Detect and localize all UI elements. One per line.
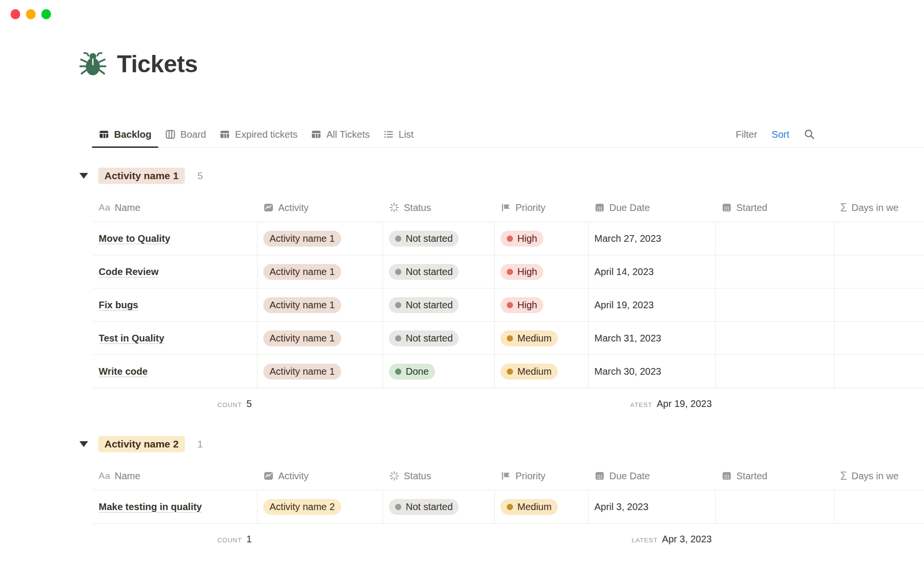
cell-due-date[interactable]: April 19, 2023	[589, 289, 716, 321]
status-dot-icon	[395, 236, 401, 242]
priority-label: High	[517, 300, 537, 311]
cell-due-date[interactable]: April 3, 2023	[589, 490, 716, 523]
cell-days-in-week[interactable]	[834, 490, 924, 523]
calendar-icon	[594, 202, 605, 213]
cell-started[interactable]	[716, 289, 834, 321]
priority-label: Medium	[517, 501, 552, 512]
activity-tag[interactable]: Activity name 2	[263, 499, 341, 515]
footer-count[interactable]: COUNT1	[93, 534, 257, 545]
priority-tag[interactable]: High	[500, 231, 543, 247]
column-header-priority[interactable]: Priority	[495, 471, 589, 482]
activity-tag[interactable]: Activity name 1	[263, 330, 341, 346]
tab-all-tickets[interactable]: All Tickets	[304, 121, 376, 147]
cell-priority: High	[495, 255, 589, 288]
page-title: Tickets	[117, 50, 198, 78]
status-tag[interactable]: Not started	[389, 499, 459, 515]
column-header-status[interactable]: Status	[383, 202, 495, 213]
ticket-title-link[interactable]: Move to Quality	[99, 233, 170, 244]
column-header-name[interactable]: AaName	[93, 202, 257, 213]
cell-days-in-week[interactable]	[834, 289, 924, 321]
cell-started[interactable]	[716, 490, 834, 523]
filter-button[interactable]: Filter	[736, 129, 757, 140]
column-label: Status	[404, 202, 431, 213]
zoom-window-button[interactable]	[41, 9, 51, 19]
ticket-title-link[interactable]: Test in Quality	[99, 333, 164, 344]
priority-dot-icon	[507, 236, 513, 242]
status-tag[interactable]: Not started	[389, 330, 459, 346]
cell-priority: Medium	[495, 490, 589, 523]
column-header-days-in-we[interactable]: ΣDays in we	[834, 201, 924, 214]
cell-due-date[interactable]: March 30, 2023	[589, 355, 716, 388]
tab-board[interactable]: Board	[158, 121, 213, 147]
cell-due-date[interactable]: March 27, 2023	[589, 222, 716, 255]
cell-started[interactable]	[716, 255, 834, 288]
column-header-due-date[interactable]: Due Date	[589, 471, 716, 482]
collapse-triangle-icon[interactable]	[79, 441, 88, 447]
cell-priority: Medium	[495, 322, 589, 355]
cell-days-in-week[interactable]	[834, 255, 924, 288]
table-row: Write codeActivity name 1DoneMediumMarch…	[93, 355, 924, 388]
footer-latest[interactable]: ATESTApr 19, 2023	[589, 398, 716, 409]
status-tag[interactable]: Not started	[389, 231, 459, 247]
ticket-title-link[interactable]: Make testing in quality	[99, 501, 202, 512]
toolbar: Filter Sort	[736, 121, 815, 147]
ticket-title-link[interactable]: Write code	[99, 366, 148, 377]
priority-tag[interactable]: High	[500, 297, 543, 313]
column-header-name[interactable]: AaName	[93, 471, 257, 482]
table-header-row: AaNameActivityStatusPriorityDue DateStar…	[93, 462, 924, 490]
search-icon[interactable]	[804, 129, 815, 140]
column-header-started[interactable]: Started	[716, 471, 834, 482]
activity-tag[interactable]: Activity name 1	[263, 231, 341, 247]
count-value: 1	[246, 534, 252, 545]
cell-days-in-week[interactable]	[834, 355, 924, 388]
ticket-title-link[interactable]: Code Review	[99, 266, 158, 277]
sort-button[interactable]: Sort	[771, 129, 789, 140]
table-icon	[219, 129, 230, 140]
status-dot-icon	[395, 504, 401, 510]
tab-label: Expired tickets	[235, 129, 297, 140]
priority-tag[interactable]: Medium	[500, 330, 558, 346]
collapse-triangle-icon[interactable]	[79, 173, 88, 179]
status-tag[interactable]: Not started	[389, 297, 459, 313]
group-name-tag[interactable]: Activity name 2	[98, 436, 185, 452]
column-header-status[interactable]: Status	[383, 471, 495, 482]
activity-tag[interactable]: Activity name 1	[263, 364, 341, 380]
cell-due-date[interactable]: April 14, 2023	[589, 255, 716, 288]
cell-days-in-week[interactable]	[834, 322, 924, 355]
priority-tag[interactable]: High	[500, 264, 543, 280]
ticket-title-link[interactable]: Fix bugs	[99, 300, 138, 311]
column-label: Name	[115, 471, 140, 482]
tab-list[interactable]: List	[376, 121, 420, 147]
status-dot-icon	[395, 269, 401, 275]
group-name-tag[interactable]: Activity name 1	[98, 168, 185, 184]
status-tag[interactable]: Done	[389, 364, 435, 380]
view-tab-bar: BacklogBoardExpired ticketsAll TicketsLi…	[92, 121, 924, 148]
tab-expired-tickets[interactable]: Expired tickets	[213, 121, 304, 147]
cell-started[interactable]	[716, 355, 834, 388]
tab-backlog[interactable]: Backlog	[92, 121, 158, 147]
activity-tag[interactable]: Activity name 1	[263, 264, 341, 280]
column-header-due-date[interactable]: Due Date	[589, 202, 716, 213]
column-header-days-in-we[interactable]: ΣDays in we	[834, 470, 924, 483]
column-header-priority[interactable]: Priority	[495, 202, 589, 213]
minimize-window-button[interactable]	[26, 9, 36, 19]
cell-started[interactable]	[716, 322, 834, 355]
priority-label: Medium	[517, 333, 552, 344]
column-header-activity[interactable]: Activity	[257, 202, 383, 213]
status-tag[interactable]: Not started	[389, 264, 459, 280]
cell-started[interactable]	[716, 222, 834, 255]
cell-days-in-week[interactable]	[834, 222, 924, 255]
group-count: 5	[197, 170, 203, 182]
footer-latest[interactable]: LATESTApr 3, 2023	[589, 534, 716, 545]
cell-priority: Medium	[495, 355, 589, 388]
activity-tag[interactable]: Activity name 1	[263, 297, 341, 313]
column-header-activity[interactable]: Activity	[257, 471, 383, 482]
cell-due-date[interactable]: March 31, 2023	[589, 322, 716, 355]
priority-tag[interactable]: Medium	[500, 499, 558, 515]
priority-tag[interactable]: Medium	[500, 364, 558, 380]
column-label: Started	[736, 202, 767, 213]
bug-icon[interactable]	[79, 51, 106, 78]
footer-count[interactable]: COUNT5	[93, 398, 257, 409]
close-window-button[interactable]	[11, 9, 20, 19]
column-header-started[interactable]: Started	[716, 202, 834, 213]
